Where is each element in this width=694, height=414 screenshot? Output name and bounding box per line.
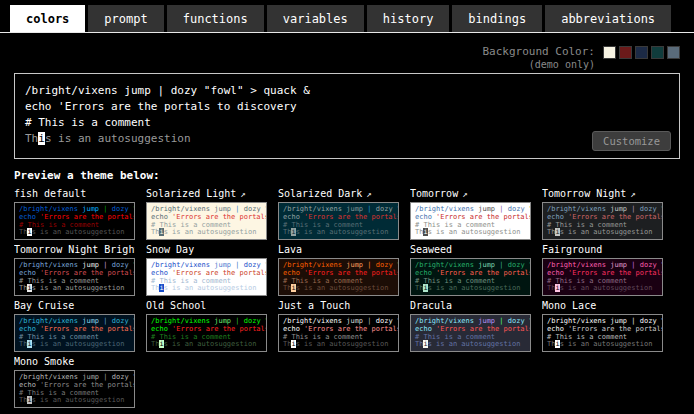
sample-end: | <box>363 205 376 213</box>
theme-tile[interactable]: /bright/vixens jump | dozy "fowl" > quac… <box>14 258 135 296</box>
sample-command[interactable]: dozy <box>171 84 198 97</box>
sample-autosuggestion: s is an autosuggestion <box>296 284 389 292</box>
theme-title: Just a Touch <box>278 300 399 313</box>
theme-grid: fish default/bright/vixens jump | dozy "… <box>14 188 694 412</box>
sample-param: jump <box>474 205 495 213</box>
tab-variables[interactable]: variables <box>267 5 364 32</box>
theme-tile[interactable]: /bright/vixens jump | dozy "fowl" > quac… <box>542 258 663 296</box>
sample-command: dozy <box>376 205 393 213</box>
sample-command: /bright/vixens <box>283 317 342 325</box>
tab-functions[interactable]: functions <box>167 5 264 32</box>
theme-name: Tomorrow Night <box>542 188 626 199</box>
sample-comment: # This is a comment <box>547 277 627 285</box>
sample-error: 'Errors are the portals to discovery <box>564 213 663 221</box>
cursor-block[interactable]: i <box>38 132 45 145</box>
background-color-label: Background Color: <box>482 45 595 58</box>
sample-command: /bright/vixens <box>547 205 606 213</box>
sample-end: | <box>627 205 640 213</box>
terminal-line: This is an autosuggestion <box>547 285 658 293</box>
sample-command: dozy <box>112 205 129 213</box>
theme-tile[interactable]: /bright/vixens jump | dozy "fowl" > quac… <box>410 202 531 240</box>
sample-quote: "fowl" <box>525 205 531 213</box>
sample-error: 'Errors are the portals to discovery <box>168 213 267 221</box>
theme-tile[interactable]: /bright/vixens jump | dozy "fowl" > quac… <box>542 314 663 352</box>
sample-end: | <box>627 317 640 325</box>
theme-tile[interactable]: /bright/vixens jump | dozy "fowl" > quac… <box>278 202 399 240</box>
tab-bindings[interactable]: bindings <box>452 5 542 32</box>
theme-cell: Old School/bright/vixens jump | dozy "fo… <box>146 300 267 352</box>
sample-error[interactable]: 'Errors are the portals to discovery <box>52 100 297 113</box>
terminal-line: This is an autosuggestion <box>25 131 669 147</box>
sample-command: echo <box>151 269 168 277</box>
customize-button[interactable]: Customize <box>592 131 671 151</box>
sample-comment: # This is a comment <box>151 277 231 285</box>
theme-cell: Solarized Dark↗/bright/vixens jump | doz… <box>278 188 399 240</box>
background-swatch[interactable] <box>651 46 664 59</box>
external-link-icon[interactable]: ↗ <box>462 189 467 199</box>
sample-end: | <box>99 317 112 325</box>
terminal-line: This is an autosuggestion <box>415 229 526 237</box>
sample-param: jump <box>210 261 231 269</box>
sample-redirection[interactable]: > quack <box>244 84 297 97</box>
theme-tile[interactable]: /bright/vixens jump | dozy "fowl" > quac… <box>146 314 267 352</box>
sample-param: jump <box>606 317 627 325</box>
tab-colors[interactable]: colors <box>10 5 85 32</box>
tab-history[interactable]: history <box>367 5 450 32</box>
sample-quote[interactable]: "fowl" <box>197 84 243 97</box>
theme-name: Old School <box>146 300 206 311</box>
sample-comment: # This is a comment <box>283 333 363 341</box>
sample-error: 'Errors are the portals to discovery <box>36 213 135 221</box>
terminal-line: This is an autosuggestion <box>151 285 262 293</box>
terminal-sample-text: /bright/vixens jump | dozy "fowl" > quac… <box>25 83 669 147</box>
theme-tile[interactable]: /bright/vixens jump | dozy "fowl" > quac… <box>410 258 531 296</box>
tab-prompt[interactable]: prompt <box>88 5 163 32</box>
theme-cell: Dracula/bright/vixens jump | dozy "fowl"… <box>410 300 531 352</box>
sample-quote: "fowl" <box>657 205 663 213</box>
theme-tile[interactable]: /bright/vixens jump | dozy "fowl" > quac… <box>542 202 663 240</box>
sample-command: /bright/vixens <box>415 317 474 325</box>
theme-cell: Tomorrow↗/bright/vixens jump | dozy "fow… <box>410 188 531 240</box>
sample-end: | <box>231 317 244 325</box>
theme-title: Seaweed <box>410 244 531 257</box>
external-link-icon[interactable]: ↗ <box>366 189 371 199</box>
terminal-line: This is an autosuggestion <box>151 341 262 349</box>
external-link-icon[interactable]: ↗ <box>240 189 245 199</box>
sample-autosuggestion: s is an autosuggestion <box>428 340 521 348</box>
sample-command[interactable]: /bright/vixens <box>25 84 118 97</box>
theme-tile[interactable]: /bright/vixens jump | dozy "fowl" > quac… <box>146 258 267 296</box>
theme-title: Tomorrow↗ <box>410 188 531 201</box>
theme-tile[interactable]: /bright/vixens jump | dozy "fowl" > quac… <box>146 202 267 240</box>
background-swatch[interactable] <box>635 46 648 59</box>
sample-command: echo <box>415 213 432 221</box>
sample-autosuggestion[interactable]: s is an autosuggestion <box>45 132 191 145</box>
sample-command: echo <box>19 269 36 277</box>
external-link-icon[interactable]: ↗ <box>630 189 635 199</box>
theme-tile[interactable]: /bright/vixens jump | dozy "fowl" > quac… <box>14 370 135 408</box>
sample-end[interactable]: | <box>151 84 171 97</box>
theme-title: Solarized Dark↗ <box>278 188 399 201</box>
sample-param[interactable]: jump <box>118 84 151 97</box>
theme-tile[interactable]: /bright/vixens jump | dozy "fowl" > quac… <box>410 314 531 352</box>
sample-error: 'Errors are the portals to discovery <box>300 213 399 221</box>
sample-end[interactable]: & <box>297 84 310 97</box>
sample-command: dozy <box>508 317 525 325</box>
sample-command[interactable]: echo <box>25 100 52 113</box>
theme-name: fish default <box>14 188 86 199</box>
theme-tile[interactable]: /bright/vixens jump | dozy "fowl" > quac… <box>14 202 135 240</box>
theme-cell: Seaweed/bright/vixens jump | dozy "fowl"… <box>410 244 531 296</box>
sample-param: jump <box>606 261 627 269</box>
sample-comment: # This is a comment <box>547 221 627 229</box>
theme-tile[interactable]: /bright/vixens jump | dozy "fowl" > quac… <box>278 314 399 352</box>
sample-autosuggestion: s is an autosuggestion <box>32 396 125 404</box>
background-swatch[interactable] <box>603 46 616 59</box>
sample-autosuggestion[interactable]: Th <box>25 132 38 145</box>
sample-command: /bright/vixens <box>151 261 210 269</box>
tab-abbreviations[interactable]: abbreviations <box>545 5 671 32</box>
background-swatch[interactable] <box>619 46 632 59</box>
sample-command: /bright/vixens <box>283 261 342 269</box>
theme-tile[interactable]: /bright/vixens jump | dozy "fowl" > quac… <box>278 258 399 296</box>
sample-comment[interactable]: # This is a comment <box>25 116 151 129</box>
theme-title: Tomorrow Night Bright↗ <box>14 244 135 257</box>
background-swatch[interactable] <box>667 46 680 59</box>
theme-tile[interactable]: /bright/vixens jump | dozy "fowl" > quac… <box>14 314 135 352</box>
